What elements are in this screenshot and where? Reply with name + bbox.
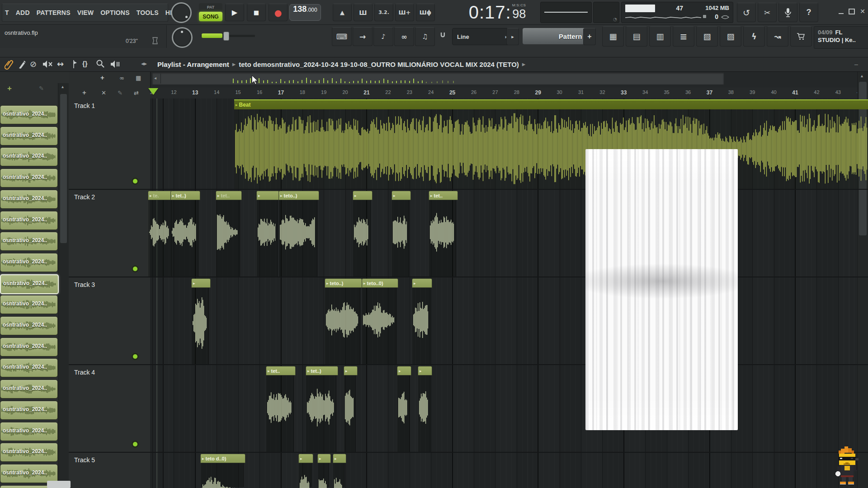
clip-body[interactable] [306,375,336,452]
clip-body[interactable] [362,287,396,364]
clip-body[interactable] [412,287,430,364]
piano-roll-button[interactable]: ▤ [626,26,647,47]
picker-clip-item[interactable]: osntrativo_2024.. [0,169,58,188]
metronome-button[interactable]: ▲ [333,4,352,21]
timeline-ruler[interactable]: 1112131415161718192021222324252627282930… [150,88,868,99]
oscilloscope-panel[interactable] [540,2,592,23]
play-button[interactable]: ▶ [225,4,244,21]
plugin-button[interactable]: ϟ [743,26,765,47]
zoom-tool-icon[interactable] [96,59,105,68]
picker-clip-item[interactable]: osntrativo_2024.. [0,190,58,209]
pattern-nav-button[interactable]: ▸ [506,28,519,45]
stop-button[interactable]: ■ [247,4,266,21]
main-pitch-knob[interactable] [172,27,193,48]
clip-header[interactable]: ▸ [317,454,331,463]
pat-mode-button[interactable]: PAT [199,3,222,11]
minimize-button[interactable] [836,5,845,18]
wait-for-input-button[interactable]: Ш [354,4,373,21]
track-record-dot[interactable] [133,354,137,359]
multilink-button[interactable]: ♫ [415,27,435,46]
aux-panel[interactable]: ◔ [593,2,619,23]
clip-body[interactable] [298,462,311,487]
picker-clip-item[interactable]: osntrativo_2024.. [0,380,58,399]
clip-body[interactable] [234,109,868,189]
close-button[interactable]: ✕ [858,5,867,18]
countdown-button[interactable]: 3.2. [374,4,393,21]
tools-button[interactable]: ✂ [758,3,777,22]
clip-body[interactable] [200,462,244,487]
time-display[interactable]: 0:17: M:S:CS 98 [454,1,540,23]
remote-control-button[interactable]: ↝ [767,26,788,47]
slice-tool-icon[interactable] [70,60,78,69]
delete-icon[interactable]: ✕ [101,89,106,96]
track-name-2[interactable]: Track 2 [74,193,95,201]
picker-clip-item[interactable]: osntrativo_2024.. [0,401,58,420]
snap-selector[interactable]: Line ▸ [452,28,513,45]
mute-tool-icon[interactable] [42,60,53,68]
scroll-up-icon[interactable]: ▴ [61,84,64,89]
menu-item-t[interactable]: T [5,9,9,16]
picker-clip-item[interactable]: osntrativo_2024.. [0,127,58,145]
clip-header[interactable]: ▸tet.. [216,191,242,200]
clip-header[interactable]: ▸tet..) [170,191,200,200]
track-name-5[interactable]: Track 5 [74,456,95,464]
add-track-icon[interactable]: + [82,89,86,96]
track-name-1[interactable]: Track 1 [74,102,95,109]
clip-header[interactable]: ▸teto..0) [362,278,398,288]
picker-clip-item[interactable]: osntrativo_2024.. [0,105,58,124]
picker-clip-item[interactable]: osntrativo_2024.. [0,274,59,294]
picker-clip-item[interactable]: osntrativo_2024.. [0,422,58,441]
playlist-move-icon[interactable]: + [100,74,104,81]
clip-header[interactable]: ▸teto..) [325,278,362,288]
clip-header[interactable]: ▸ [191,278,211,288]
picker-clip-item[interactable]: osntrativo_2024.. [0,147,58,166]
sync-button[interactable]: ↺ [737,3,756,22]
menu-item-patterns[interactable]: PATTERNS [37,9,71,16]
shop-button[interactable] [790,26,812,47]
blend-recording-button[interactable]: Ш+ [395,4,414,21]
clip-header[interactable]: ▸te. [148,191,173,200]
draw-tool-icon[interactable] [18,60,26,69]
clip-body[interactable] [344,375,356,452]
typing-keyboard-button[interactable]: ⌨ [332,27,352,46]
clip-body[interactable] [325,287,360,364]
graph-handle[interactable] [703,15,706,18]
clip-header[interactable]: ▸teto d..0) [200,454,245,463]
picker-clip-item[interactable]: osntrativo_2024.. [0,338,58,357]
link-channels-button[interactable]: ∞ [394,27,414,46]
clip-body[interactable] [353,199,371,277]
picker-clip-item[interactable]: osntrativo_2024.. [0,358,58,377]
picker-clip-item[interactable]: osntrativo_2024.. [0,295,58,314]
browser-button[interactable]: ▧ [696,26,718,47]
menu-item-add[interactable]: ADD [16,9,30,16]
plugin-picker-button[interactable]: ▨ [720,26,741,47]
stretch-tool-icon[interactable]: ↔ [57,59,64,69]
clip-body[interactable] [392,199,409,277]
scroll-up-icon[interactable]: ▴ [861,73,863,78]
track-name-4[interactable]: Track 4 [74,369,95,376]
clip-body[interactable] [317,462,329,487]
clip-header[interactable]: ▸Beat [234,99,868,109]
edit-icon[interactable]: ✎ [118,89,123,96]
playlist-grid-icon[interactable]: ▦ [136,75,141,81]
shuffle-knob[interactable] [171,2,192,23]
track-name-3[interactable]: Track 3 [74,281,95,288]
track-record-dot[interactable] [133,179,137,183]
clip-body[interactable] [418,375,430,452]
playback-tool-icon[interactable] [110,60,121,68]
picker-clip-item[interactable]: osntrativo_2024.. [0,253,58,272]
clip-header[interactable]: ▸ [344,366,358,375]
picker-clip-item[interactable]: osntrativo_2024.. [0,232,58,251]
note-slide-button[interactable]: ♪ [373,27,393,46]
clip-body[interactable] [278,199,317,277]
playlist-link-icon[interactable]: ∞ [119,75,124,81]
picker-edit-icon[interactable]: ✎ [39,85,44,92]
channel-rack-button[interactable]: ▥ [649,26,671,47]
picker-clip-item[interactable]: osntrativo_2024.. [0,211,58,230]
panel-focus-icon[interactable]: ◂▸ [141,60,147,67]
slip-tool-icon[interactable]: ⊘ [30,59,37,69]
attach-icon[interactable] [5,60,14,70]
clip-body[interactable] [191,287,209,364]
clip-header[interactable]: ▸tet.. [266,366,296,375]
clip-body[interactable] [256,199,278,277]
